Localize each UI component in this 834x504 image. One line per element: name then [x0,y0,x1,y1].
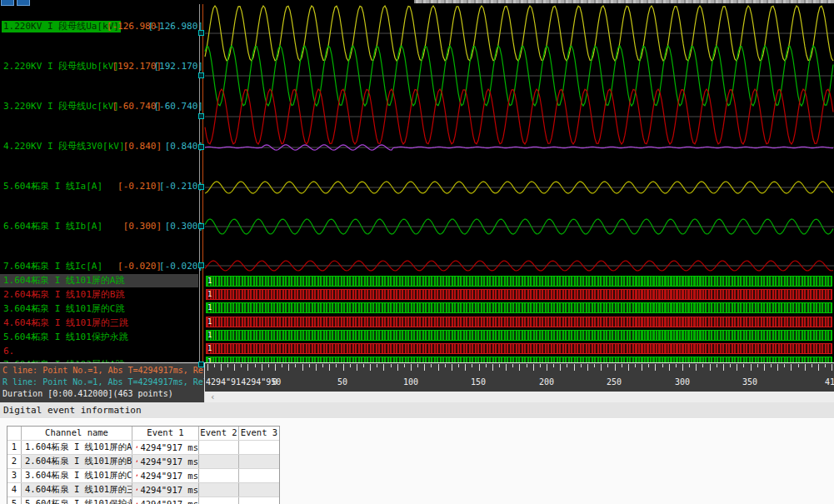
event2-cell [199,497,239,504]
axis-tick [751,364,752,371]
scroll-left-icon[interactable]: ‹ [210,392,216,402]
event1-cell: 4294"917 ms [132,455,199,468]
analog-channel-inst-value: [-0.020] [117,261,162,272]
digital-channel-label[interactable]: 5.604柘泉 I 线101保护永跳 [0,331,198,344]
analog-channel-label[interactable]: 2.220KV I 段母线Ub[kV] [2,61,121,72]
digital-channel-label[interactable]: 2.604柘泉 I 线101屏的B跳 [0,288,198,302]
axis-tick [682,364,683,371]
r-line-marker-icon[interactable] [198,144,204,150]
analog-channel-label[interactable]: 5.604柘泉 I 线Ia[A] [2,181,104,192]
analog-channel-row[interactable]: 6.604柘泉 I 线Ib[A][0.300][0.300] [0,221,198,232]
table-row[interactable]: 55.604柘泉 I 线101保护永跳4294"917 ms [7,497,279,504]
analog-channel-row[interactable]: 4.220KV I 段母线3V0[kV][0.840][0.840] [0,141,198,152]
analog-channel-row[interactable]: 3.220KV I 段母线Uc[kV][-60.740][-60.740] [0,101,198,112]
time-axis-ruler[interactable]: 4294"914294"95005010015020025030035041 [205,362,834,392]
axis-tick-label: 300 [675,377,690,387]
event3-cell [239,497,279,504]
event1-time: 4294"917 ms [140,456,198,468]
axis-tick [302,364,303,371]
axis-tick [527,364,527,367]
axis-tick [295,364,296,367]
analog-channel-label[interactable]: 6.604柘泉 I 线Ib[A] [2,221,104,232]
digital-channel-label[interactable]: 3.604柘泉 I 线101屏的C跳 [0,302,198,316]
axis-tick [717,364,717,367]
axis-tick [343,364,344,371]
row-number-cell: 1 [7,441,22,454]
axis-tick [812,364,812,367]
analog-channel-cursor-value: [-0.020] [159,261,203,272]
horizontal-scrollbar[interactable]: ‹ [205,392,834,402]
analog-channel-label[interactable]: 4.220KV I 段母线3V0[kV] [2,141,127,152]
analog-channel-inst-value: [0.300] [123,221,162,232]
r-line-marker-icon[interactable] [198,72,204,78]
analog-channel-row[interactable]: 7.604柘泉 I 线Ic[A][-0.020][-0.020] [0,261,198,272]
axis-tick [363,364,364,367]
table-row[interactable]: 44.604柘泉 I 线101屏的三跳4294"917 ms [7,483,279,497]
axis-tick-label: 200 [539,377,554,387]
event2-cell [199,441,239,454]
c-line-status: C line: Point No.=1, Abs T=4294917ms, Re… [2,365,202,377]
axis-tick-label: 4294"914294"950 [206,377,281,387]
table-row[interactable]: 33.604柘泉 I 线101屏的C跳4294"917 ms [7,469,279,483]
axis-tick [676,364,677,367]
axis-tick [288,364,289,371]
axis-tick [214,364,215,367]
r-line-marker-icon[interactable] [198,30,204,36]
axis-tick [268,364,269,367]
toolbar-icon-1[interactable] [1,0,14,6]
table-row[interactable]: 11.604柘泉 I 线101屏的A跳4294"917 ms [7,441,279,455]
analog-channel-row[interactable]: 5.604柘泉 I 线Ia[A][-0.210][-0.210] [0,181,198,192]
axis-tick [818,364,819,371]
table-row[interactable]: 22.604柘泉 I 线101屏的B跳4294"917 ms [7,455,279,469]
axis-tick [662,364,663,367]
axis-tick [275,364,276,371]
panel-divider [199,4,200,362]
axis-tick [553,364,554,367]
r-line-marker-icon[interactable] [198,362,204,367]
row-number-cell: 5 [7,497,22,504]
axis-tick [669,364,670,371]
event3-cell [239,455,279,468]
event1-cell: 4294"917 ms [132,483,199,497]
axis-tick [486,364,487,367]
axis-tick [710,364,711,371]
axis-tick [472,364,472,367]
digital-channel-label[interactable]: 1.604柘泉 I 线101屏的A跳 [0,274,198,287]
analog-channel-label[interactable]: 1.220KV I 段母线Ua[kV] [2,21,121,32]
event1-cell: 4294"917 ms [132,469,199,482]
axis-tick [791,364,792,371]
r-line-marker-icon[interactable] [198,262,204,268]
axis-tick [452,364,452,371]
axis-tick [438,364,439,371]
axis-tick [798,364,799,367]
axis-tick [255,364,256,367]
r-line-marker-icon[interactable] [198,184,204,190]
analog-channel-label[interactable]: 3.220KV I 段母线Uc[kV] [2,101,121,112]
analog-channel-cursor-value: [-0.210] [159,181,203,192]
toolbar-icon-2[interactable] [17,0,30,6]
channel-name-cell: 5.604柘泉 I 线101保护永跳 [22,497,132,504]
r-line-marker-icon[interactable] [198,113,204,119]
analog-channel-cursor-value: [-126.980] [148,21,203,32]
axis-tick-label: 100 [403,377,418,387]
axis-tick [241,364,242,367]
c-line-cursor[interactable] [202,4,203,362]
axis-tick [417,364,418,367]
analog-channel-row[interactable]: 1.220KV I 段母线Ua[kV][-126.980][-126.980] [0,21,198,32]
rising-edge-arrow-icon [136,443,137,452]
window-title-remnant [414,0,834,3]
digital-channel-label[interactable]: 4.604柘泉 I 线101屏的三跳 [0,317,198,330]
r-line-status: R line: Point No.=1, Abs T=4294917ms, Re… [2,377,202,388]
axis-tick [234,364,235,371]
r-line-marker-icon[interactable] [198,223,204,229]
axis-tick [696,364,697,371]
waveform-plot[interactable] [199,4,834,362]
digital-channel-label[interactable]: 6. [0,345,198,358]
axis-tick [247,364,248,371]
event3-cell [239,441,279,454]
axis-tick [648,364,649,367]
rising-edge-arrow-icon [136,486,137,495]
analog-channel-row[interactable]: 2.220KV I 段母线Ub[kV][192.170][192.170] [0,61,198,72]
event2-cell [199,483,239,497]
analog-channel-label[interactable]: 7.604柘泉 I 线Ic[A] [2,261,104,272]
